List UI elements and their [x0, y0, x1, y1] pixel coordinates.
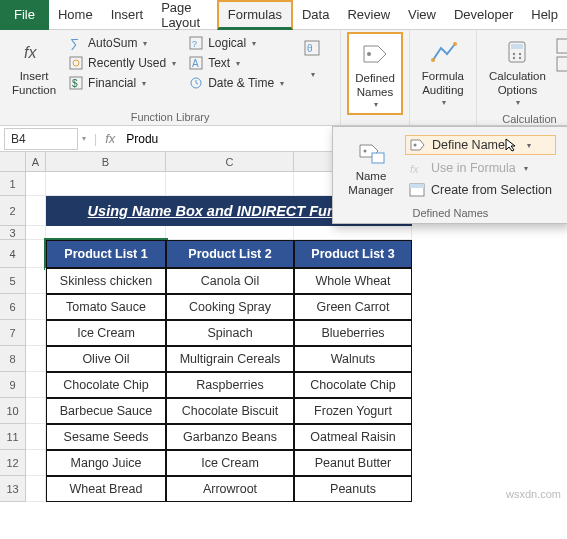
svg-rect-29: [410, 184, 424, 188]
logical-button[interactable]: ? Logical▾: [186, 34, 286, 52]
developer-tab[interactable]: Developer: [445, 0, 522, 30]
cell[interactable]: [26, 172, 46, 196]
cell[interactable]: [26, 294, 46, 320]
financial-button[interactable]: $ Financial▾: [66, 74, 178, 92]
cell[interactable]: [26, 226, 46, 240]
row-header[interactable]: 5: [0, 268, 26, 294]
review-tab[interactable]: Review: [338, 0, 399, 30]
data-cell[interactable]: Chocolate Biscuit: [166, 398, 294, 424]
col-header[interactable]: A: [26, 152, 46, 172]
data-cell[interactable]: Green Carrot: [294, 294, 412, 320]
row-header[interactable]: 3: [0, 226, 26, 240]
calculation-label: Calculation: [502, 111, 556, 125]
row-header[interactable]: 12: [0, 450, 26, 476]
datetime-button[interactable]: Date & Time▾: [186, 74, 286, 92]
name-manager-button[interactable]: Name Manager: [341, 131, 401, 203]
cell[interactable]: [26, 424, 46, 450]
data-tab[interactable]: Data: [293, 0, 338, 30]
more-functions-button[interactable]: θ ▾: [290, 32, 334, 84]
home-tab[interactable]: Home: [49, 0, 102, 30]
row-header[interactable]: 11: [0, 424, 26, 450]
calc-now-icon[interactable]: [556, 38, 567, 54]
cell[interactable]: [26, 196, 46, 226]
data-cell[interactable]: Ice Cream: [46, 320, 166, 346]
recently-used-button[interactable]: Recently Used▾: [66, 54, 178, 72]
calc-sheet-icon[interactable]: [556, 56, 567, 72]
formulas-tab[interactable]: Formulas: [217, 0, 293, 30]
row-header[interactable]: 2: [0, 196, 26, 226]
data-cell[interactable]: Blueberries: [294, 320, 412, 346]
header-cell[interactable]: Product List 3: [294, 240, 412, 268]
define-name-item[interactable]: Define Name ▾: [405, 135, 556, 155]
cell[interactable]: [26, 320, 46, 346]
svg-point-21: [519, 57, 521, 59]
cell[interactable]: [26, 268, 46, 294]
data-cell[interactable]: Multigrain Cereals: [166, 346, 294, 372]
data-cell[interactable]: Arrowroot: [166, 476, 294, 502]
name-box[interactable]: B4: [4, 128, 78, 150]
col-header[interactable]: B: [46, 152, 166, 172]
cell[interactable]: [26, 372, 46, 398]
data-cell[interactable]: Mango Juice: [46, 450, 166, 476]
data-cell[interactable]: Olive Oil: [46, 346, 166, 372]
header-cell[interactable]: Product List 2: [166, 240, 294, 268]
insert-tab[interactable]: Insert: [102, 0, 153, 30]
recent-icon: [68, 55, 84, 71]
cell[interactable]: [26, 346, 46, 372]
data-cell[interactable]: Walnuts: [294, 346, 412, 372]
cell[interactable]: [166, 226, 294, 240]
row-header[interactable]: 7: [0, 320, 26, 346]
data-cell[interactable]: Wheat Bread: [46, 476, 166, 502]
autosum-button[interactable]: ∑ AutoSum▾: [66, 34, 178, 52]
fx-icon[interactable]: fx: [97, 131, 123, 146]
cell[interactable]: [26, 476, 46, 502]
formula-auditing-button[interactable]: Formula Auditing ▾: [416, 32, 470, 111]
cell[interactable]: [46, 172, 166, 196]
data-cell[interactable]: Peanut Butter: [294, 450, 412, 476]
cell[interactable]: [26, 398, 46, 424]
svg-rect-2: [70, 57, 82, 69]
data-cell[interactable]: Peanuts: [294, 476, 412, 502]
data-cell[interactable]: Chocolate Chip: [46, 372, 166, 398]
data-cell[interactable]: Whole Wheat: [294, 268, 412, 294]
data-cell[interactable]: Ice Cream: [166, 450, 294, 476]
help-tab[interactable]: Help: [522, 0, 567, 30]
svg-text:fx: fx: [410, 163, 419, 175]
row-header[interactable]: 1: [0, 172, 26, 196]
row-header[interactable]: 6: [0, 294, 26, 320]
cell[interactable]: [294, 226, 412, 240]
view-tab[interactable]: View: [399, 0, 445, 30]
cell[interactable]: [166, 172, 294, 196]
cell[interactable]: [46, 226, 166, 240]
select-all-corner[interactable]: [0, 152, 26, 172]
data-cell[interactable]: Frozen Yogurt: [294, 398, 412, 424]
data-cell[interactable]: Barbecue Sauce: [46, 398, 166, 424]
row-header[interactable]: 4: [0, 240, 26, 268]
data-cell[interactable]: Skinless chicken: [46, 268, 166, 294]
data-cell[interactable]: Garbanzo Beans: [166, 424, 294, 450]
insert-function-button[interactable]: fx Insert Function: [6, 32, 62, 102]
col-header[interactable]: C: [166, 152, 294, 172]
row-header[interactable]: 8: [0, 346, 26, 372]
data-cell[interactable]: Tomato Sauce: [46, 294, 166, 320]
cell[interactable]: [26, 240, 46, 268]
row-header[interactable]: 9: [0, 372, 26, 398]
header-cell[interactable]: Product List 1: [46, 240, 166, 268]
text-button[interactable]: A Text▾: [186, 54, 286, 72]
row-header[interactable]: 10: [0, 398, 26, 424]
row-header[interactable]: 13: [0, 476, 26, 502]
name-box-caret[interactable]: ▾: [82, 134, 94, 143]
pagelayout-tab[interactable]: Page Layout: [152, 0, 217, 30]
file-tab[interactable]: File: [0, 0, 49, 30]
data-cell[interactable]: Spinach: [166, 320, 294, 346]
data-cell[interactable]: Raspberries: [166, 372, 294, 398]
cell[interactable]: [26, 450, 46, 476]
create-from-selection-item[interactable]: Create from Selection: [405, 181, 556, 199]
data-cell[interactable]: Oatmeal Raisin: [294, 424, 412, 450]
defined-names-button[interactable]: Defined Names ▾: [347, 32, 403, 115]
data-cell[interactable]: Sesame Seeds: [46, 424, 166, 450]
data-cell[interactable]: Canola Oil: [166, 268, 294, 294]
data-cell[interactable]: Cooking Spray: [166, 294, 294, 320]
calculation-options-button[interactable]: Calculation Options ▾: [483, 32, 552, 111]
data-cell[interactable]: Chocolate Chip: [294, 372, 412, 398]
